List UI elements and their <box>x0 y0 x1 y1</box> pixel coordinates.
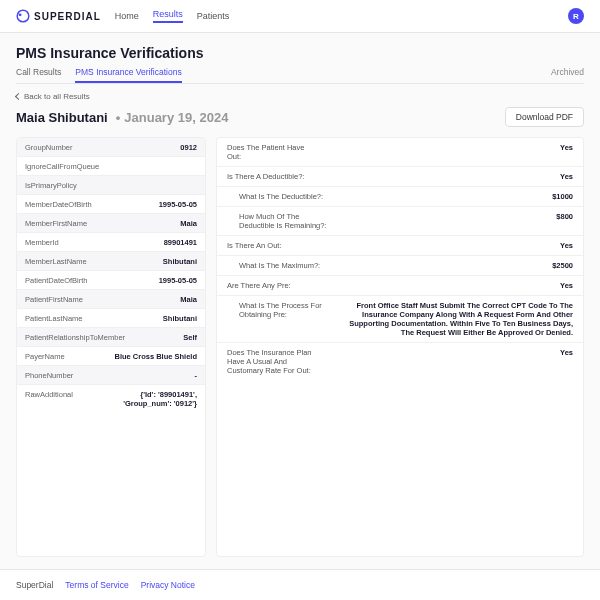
footer-brand: SuperDial <box>16 580 53 590</box>
metadata-value: Shibutani <box>163 257 197 266</box>
result-question: Is There An Out: <box>227 241 281 250</box>
footer-privacy-link[interactable]: Privacy Notice <box>141 580 195 590</box>
result-answer: $800 <box>329 212 573 221</box>
metadata-row: PatientFirstNameMaia <box>17 290 205 309</box>
metadata-value: 1995-05-05 <box>159 200 197 209</box>
result-question: How Much Of The Deductible Is Remaining?… <box>239 212 329 230</box>
metadata-key: GroupNumber <box>25 143 180 152</box>
metadata-row: PayerNameBlue Cross Blue Shield <box>17 347 205 366</box>
metadata-value: - <box>195 371 198 380</box>
record-header: Maia Shibutani •January 19, 2024 Downloa… <box>16 107 584 127</box>
result-row: Is There An Out:Yes <box>217 236 583 256</box>
result-question: What Is The Deductible?: <box>239 192 323 201</box>
result-question: Does The Patient Have Out: <box>227 143 317 161</box>
footer: SuperDial Terms of Service Privacy Notic… <box>0 569 600 600</box>
record-name: Maia Shibutani <box>16 110 108 125</box>
result-answer: Yes <box>317 143 573 152</box>
back-link-text: Back to all Results <box>24 92 90 101</box>
avatar[interactable]: R <box>568 8 584 24</box>
metadata-key: RawAdditional <box>25 390 102 408</box>
metadata-key: PhoneNumber <box>25 371 195 380</box>
result-answer: $2500 <box>320 261 573 270</box>
nav-results[interactable]: Results <box>153 9 183 23</box>
metadata-value: Self <box>183 333 197 342</box>
result-row: Does The Patient Have Out:Yes <box>217 138 583 167</box>
result-row: Is There A Deductible?:Yes <box>217 167 583 187</box>
result-question: What Is The Maximum?: <box>239 261 320 270</box>
metadata-value: Maia <box>180 219 197 228</box>
logo: SUPERDIAL <box>16 9 101 23</box>
tab-pms[interactable]: PMS Insurance Verifications <box>75 67 181 83</box>
metadata-row: IsPrimaryPolicy <box>17 176 205 195</box>
metadata-key: PatientLastName <box>25 314 163 323</box>
metadata-row: IgnoreCallFromQueue <box>17 157 205 176</box>
metadata-key: IgnoreCallFromQueue <box>25 162 197 171</box>
metadata-row: MemberId89901491 <box>17 233 205 252</box>
metadata-key: MemberId <box>25 238 164 247</box>
results-table: Does The Patient Have Out:YesIs There A … <box>216 137 584 557</box>
metadata-row: PatientDateOfBirth1995-05-05 <box>17 271 205 290</box>
result-answer: Yes <box>281 241 573 250</box>
chevron-left-icon <box>15 93 22 100</box>
metadata-row: PhoneNumber- <box>17 366 205 385</box>
content-columns: GroupNumber0912IgnoreCallFromQueueIsPrim… <box>16 137 584 557</box>
result-answer: Front Office Staff Must Submit The Corre… <box>329 301 573 337</box>
tab-call-results[interactable]: Call Results <box>16 67 61 83</box>
result-answer: Yes <box>304 172 573 181</box>
metadata-key: PatientDateOfBirth <box>25 276 159 285</box>
metadata-value: 89901491 <box>164 238 197 247</box>
metadata-value: 0912 <box>180 143 197 152</box>
nav-home[interactable]: Home <box>115 11 139 21</box>
brand-text: SUPERDIAL <box>34 11 101 22</box>
result-row: What Is The Process For Obtaining Pre:Fr… <box>217 296 583 343</box>
footer-tos-link[interactable]: Terms of Service <box>65 580 128 590</box>
metadata-table: GroupNumber0912IgnoreCallFromQueueIsPrim… <box>16 137 206 557</box>
page-title: PMS Insurance Verifications <box>16 45 584 61</box>
result-row: How Much Of The Deductible Is Remaining?… <box>217 207 583 236</box>
metadata-row: RawAdditional{'Id': '89901491', 'Group_n… <box>17 385 205 412</box>
metadata-value: Shibutani <box>163 314 197 323</box>
download-pdf-button[interactable]: Download PDF <box>505 107 584 127</box>
result-answer: $1000 <box>323 192 573 201</box>
result-question: Does The Insurance Plan Have A Usual And… <box>227 348 317 375</box>
svg-point-0 <box>17 10 29 22</box>
main-content: PMS Insurance Verifications Call Results… <box>0 33 600 569</box>
metadata-value: Blue Cross Blue Shield <box>114 352 197 361</box>
metadata-value: Maia <box>180 295 197 304</box>
metadata-value: 1995-05-05 <box>159 276 197 285</box>
result-row: What Is The Maximum?:$2500 <box>217 256 583 276</box>
back-link[interactable]: Back to all Results <box>16 92 584 101</box>
result-row: Does The Insurance Plan Have A Usual And… <box>217 343 583 380</box>
nav-patients[interactable]: Patients <box>197 11 230 21</box>
metadata-key: MemberLastName <box>25 257 163 266</box>
metadata-key: MemberFirstName <box>25 219 180 228</box>
app-header: SUPERDIAL Home Results Patients R <box>0 0 600 33</box>
metadata-row: GroupNumber0912 <box>17 138 205 157</box>
svg-point-1 <box>19 13 22 16</box>
result-answer: Yes <box>291 281 573 290</box>
metadata-row: PatientRelationshipToMemberSelf <box>17 328 205 347</box>
record-date: January 19, 2024 <box>124 110 228 125</box>
metadata-row: PatientLastNameShibutani <box>17 309 205 328</box>
tab-archived[interactable]: Archived <box>551 67 584 83</box>
metadata-row: MemberFirstNameMaia <box>17 214 205 233</box>
metadata-value: {'Id': '89901491', 'Group_num': '0912'} <box>102 390 197 408</box>
result-question: What Is The Process For Obtaining Pre: <box>239 301 329 319</box>
tabs: Call Results PMS Insurance Verifications… <box>16 67 584 84</box>
metadata-row: MemberDateOfBirth1995-05-05 <box>17 195 205 214</box>
logo-icon <box>16 9 30 23</box>
result-row: What Is The Deductible?:$1000 <box>217 187 583 207</box>
result-question: Is There A Deductible?: <box>227 172 304 181</box>
result-answer: Yes <box>317 348 573 357</box>
result-row: Are There Any Pre:Yes <box>217 276 583 296</box>
metadata-key: PatientFirstName <box>25 295 180 304</box>
result-question: Are There Any Pre: <box>227 281 291 290</box>
metadata-key: IsPrimaryPolicy <box>25 181 197 190</box>
metadata-key: MemberDateOfBirth <box>25 200 159 209</box>
metadata-row: MemberLastNameShibutani <box>17 252 205 271</box>
metadata-key: PayerName <box>25 352 114 361</box>
metadata-key: PatientRelationshipToMember <box>25 333 183 342</box>
